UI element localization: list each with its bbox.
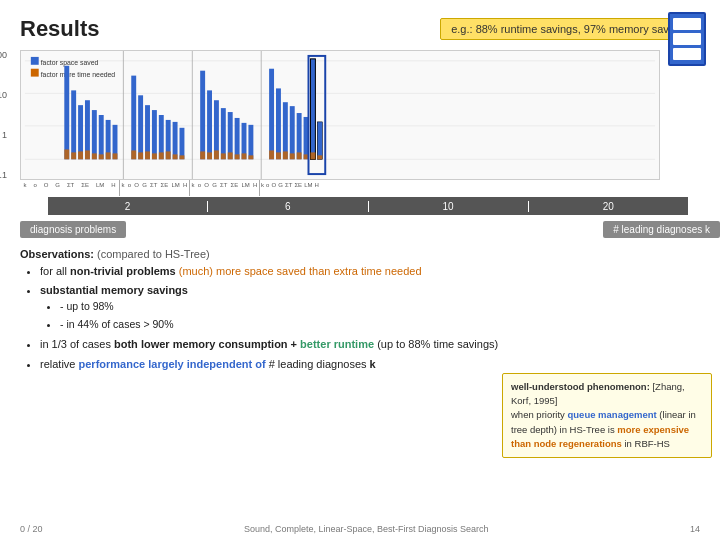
svg-rect-46 <box>228 112 233 159</box>
y-label-10: 10 <box>0 90 7 100</box>
svg-rect-43 <box>207 90 212 159</box>
obs-sub-2: in 44% of cases > 90% <box>60 317 700 333</box>
obs-sub-1: up to 98% <box>60 299 700 315</box>
svg-rect-73 <box>297 152 302 159</box>
observations-heading: Observations: (compared to HS-Tree) <box>20 246 700 263</box>
svg-rect-51 <box>207 152 212 159</box>
footer-page-number: 14 <box>690 524 700 534</box>
svg-rect-63 <box>297 113 302 159</box>
footer-slide-counter: 0 / 20 <box>20 524 43 534</box>
svg-rect-60 <box>276 88 281 159</box>
svg-rect-38 <box>166 151 171 159</box>
k-label: # leading diagnoses k <box>603 221 720 238</box>
svg-rect-12 <box>92 110 97 159</box>
svg-rect-59 <box>269 69 274 160</box>
svg-rect-50 <box>200 151 205 159</box>
chart-wrapper: factor space saved factor more time need… <box>20 50 660 196</box>
svg-rect-31 <box>173 122 178 159</box>
svg-rect-18 <box>78 151 83 159</box>
obs-item-2: substantial memory savings up to 98% in … <box>40 282 700 333</box>
scale-segment-2: 2 <box>48 201 208 212</box>
svg-text:factor space saved: factor space saved <box>41 59 99 67</box>
chart-svg: factor space saved factor more time need… <box>20 50 660 180</box>
svg-rect-53 <box>221 153 226 159</box>
page-title: Results <box>20 16 99 42</box>
svg-rect-75 <box>310 152 315 159</box>
svg-rect-9 <box>71 90 76 159</box>
observations: Observations: (compared to HS-Tree) for … <box>20 246 700 372</box>
svg-rect-4 <box>31 57 39 65</box>
header: Results e.g.: 88% runtime savings, 97% m… <box>20 16 700 42</box>
svg-rect-40 <box>180 155 185 159</box>
svg-rect-61 <box>283 102 288 159</box>
svg-rect-19 <box>85 150 90 159</box>
x-group-2: koOGΣTΣELMH <box>120 180 190 196</box>
icon-bar-2 <box>673 33 701 45</box>
icon-bar-1 <box>673 18 701 30</box>
observations-list: for all non-trivial problems (much) more… <box>20 263 700 373</box>
y-label-100: 100 <box>0 50 7 60</box>
svg-rect-21 <box>99 154 104 159</box>
svg-rect-76 <box>317 155 322 159</box>
svg-rect-45 <box>221 108 226 159</box>
svg-rect-23 <box>113 153 118 159</box>
svg-rect-13 <box>99 115 104 159</box>
svg-rect-39 <box>173 154 178 159</box>
svg-rect-49 <box>248 125 253 159</box>
scale-segment-10: 10 <box>369 201 529 212</box>
svg-rect-67 <box>310 59 315 159</box>
svg-rect-17 <box>71 152 76 159</box>
svg-rect-20 <box>92 153 97 159</box>
svg-rect-25 <box>131 76 136 160</box>
svg-rect-54 <box>228 152 233 159</box>
scale-segment-6: 6 <box>208 201 368 212</box>
svg-text:factor more time needed: factor more time needed <box>41 71 116 78</box>
svg-rect-35 <box>145 151 150 159</box>
svg-rect-57 <box>248 155 253 159</box>
footer: 0 / 20 Sound, Complete, Linear-Space, Be… <box>0 524 720 534</box>
svg-rect-34 <box>138 152 143 159</box>
scale-segment-20: 20 <box>529 201 688 212</box>
x-group-1: koOGΣTΣELMH <box>20 180 120 196</box>
svg-rect-72 <box>290 153 295 159</box>
svg-rect-37 <box>159 152 164 159</box>
svg-rect-69 <box>269 150 274 159</box>
diagnosis-label: diagnosis problems <box>20 221 126 238</box>
footer-title: Sound, Complete, Linear-Space, Best-Firs… <box>244 524 489 534</box>
obs-item-4: relative performance largely independent… <box>40 356 700 373</box>
svg-rect-8 <box>64 66 69 160</box>
svg-rect-62 <box>290 106 295 159</box>
svg-rect-70 <box>276 152 281 159</box>
svg-rect-10 <box>78 105 83 159</box>
svg-rect-27 <box>145 105 150 159</box>
svg-rect-52 <box>214 150 219 159</box>
y-axis-labels: 100 10 1 0.1 <box>0 50 7 180</box>
svg-rect-55 <box>235 154 240 159</box>
svg-rect-42 <box>200 71 205 160</box>
callout-box: e.g.: 88% runtime savings, 97% memory sa… <box>440 18 700 40</box>
svg-rect-47 <box>235 118 240 159</box>
chart-container: 100 10 1 0.1 factor space saved factor m… <box>20 50 700 196</box>
x-axis-labels: koOGΣTΣELMH koOGΣTΣELMH koOGΣTΣELMH koOG… <box>20 180 660 196</box>
bottom-labels-row: diagnosis problems # leading diagnoses k <box>20 221 720 238</box>
svg-rect-6 <box>31 69 39 77</box>
svg-rect-36 <box>152 153 157 159</box>
svg-rect-32 <box>180 128 185 160</box>
svg-rect-26 <box>138 95 143 159</box>
svg-rect-56 <box>242 153 247 159</box>
x-group-3: koOGΣTΣELMH <box>190 180 260 196</box>
svg-rect-16 <box>64 149 69 159</box>
svg-rect-22 <box>106 152 111 159</box>
y-label-01: 0.1 <box>0 170 7 180</box>
slide: Results e.g.: 88% runtime savings, 97% m… <box>0 0 720 540</box>
tooltip-box: well-understood phenomenon: [Zhang, Korf… <box>502 373 712 458</box>
svg-rect-33 <box>131 150 136 159</box>
x-group-4: koOGΣTΣELMH <box>260 180 320 196</box>
y-label-1: 1 <box>0 130 7 140</box>
svg-rect-28 <box>152 110 157 159</box>
svg-rect-71 <box>283 151 288 159</box>
scale-bar: 2 6 10 20 <box>48 197 688 215</box>
obs-item-3: in 1/3 of cases both lower memory consum… <box>40 336 700 353</box>
obs-item-1: for all non-trivial problems (much) more… <box>40 263 700 280</box>
svg-rect-68 <box>317 122 322 159</box>
